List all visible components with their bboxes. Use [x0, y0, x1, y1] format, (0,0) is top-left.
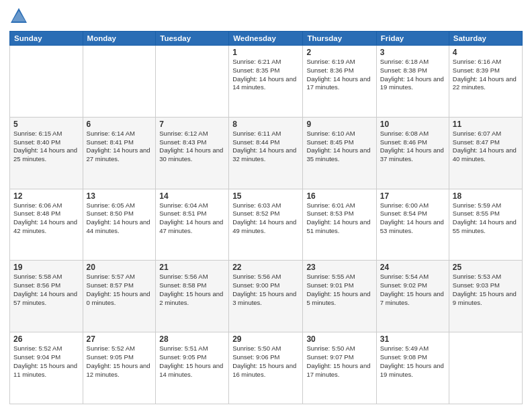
- day-info: Sunrise: 6:19 AMSunset: 8:36 PMDaylight:…: [306, 58, 372, 92]
- day-number: 28: [159, 334, 225, 344]
- calendar-cell: 27Sunrise: 5:52 AMSunset: 9:05 PMDayligh…: [83, 332, 156, 404]
- day-info: Sunrise: 5:53 AMSunset: 9:03 PMDaylight:…: [453, 273, 519, 307]
- day-number: 17: [380, 191, 445, 201]
- calendar-cell: 16Sunrise: 6:01 AMSunset: 8:53 PMDayligh…: [303, 189, 376, 261]
- calendar-week-row: 19Sunrise: 5:58 AMSunset: 8:56 PMDayligh…: [10, 261, 523, 332]
- calendar-header-row: SundayMondayTuesdayWednesdayThursdayFrid…: [10, 32, 523, 46]
- calendar-cell: [83, 46, 156, 118]
- day-info: Sunrise: 6:11 AMSunset: 8:44 PMDaylight:…: [232, 130, 299, 164]
- calendar-cell: 2Sunrise: 6:19 AMSunset: 8:36 PMDaylight…: [303, 46, 376, 118]
- day-info: Sunrise: 6:07 AMSunset: 8:47 PMDaylight:…: [453, 130, 519, 164]
- day-info: Sunrise: 5:56 AMSunset: 9:00 PMDaylight:…: [232, 273, 299, 307]
- logo-icon: [9, 7, 28, 26]
- calendar-week-row: 5Sunrise: 6:15 AMSunset: 8:40 PMDaylight…: [10, 117, 523, 189]
- calendar-cell: 31Sunrise: 5:49 AMSunset: 9:08 PMDayligh…: [376, 332, 449, 404]
- calendar-cell: 13Sunrise: 6:05 AMSunset: 8:50 PMDayligh…: [83, 189, 156, 261]
- day-number: 19: [13, 263, 79, 272]
- day-number: 16: [306, 191, 372, 201]
- day-info: Sunrise: 6:18 AMSunset: 8:38 PMDaylight:…: [380, 58, 445, 92]
- weekday-header: Saturday: [449, 32, 522, 46]
- calendar-cell: 14Sunrise: 6:04 AMSunset: 8:51 PMDayligh…: [156, 189, 229, 261]
- day-number: 21: [159, 263, 225, 272]
- day-number: 8: [232, 120, 299, 129]
- day-info: Sunrise: 6:15 AMSunset: 8:40 PMDaylight:…: [13, 130, 79, 164]
- day-number: 13: [87, 191, 152, 201]
- day-info: Sunrise: 5:56 AMSunset: 8:58 PMDaylight:…: [159, 273, 225, 307]
- calendar-week-row: 12Sunrise: 6:06 AMSunset: 8:48 PMDayligh…: [10, 189, 523, 261]
- day-info: Sunrise: 6:10 AMSunset: 8:45 PMDaylight:…: [306, 130, 372, 164]
- calendar-cell: 22Sunrise: 5:56 AMSunset: 9:00 PMDayligh…: [229, 261, 303, 332]
- calendar-cell: 29Sunrise: 5:50 AMSunset: 9:06 PMDayligh…: [229, 332, 303, 404]
- day-number: 18: [453, 191, 519, 201]
- day-number: 12: [13, 191, 79, 201]
- day-info: Sunrise: 6:01 AMSunset: 8:53 PMDaylight:…: [306, 201, 372, 236]
- calendar-cell: 7Sunrise: 6:12 AMSunset: 8:43 PMDaylight…: [156, 117, 229, 189]
- calendar-table: SundayMondayTuesdayWednesdayThursdayFrid…: [9, 31, 523, 404]
- day-number: 25: [453, 263, 519, 272]
- calendar-cell: 9Sunrise: 6:10 AMSunset: 8:45 PMDaylight…: [303, 117, 376, 189]
- day-info: Sunrise: 5:50 AMSunset: 9:07 PMDaylight:…: [306, 345, 372, 379]
- calendar-cell: 23Sunrise: 5:55 AMSunset: 9:01 PMDayligh…: [303, 261, 376, 332]
- day-number: 14: [159, 191, 225, 201]
- day-info: Sunrise: 5:57 AMSunset: 8:57 PMDaylight:…: [87, 273, 152, 307]
- day-info: Sunrise: 5:52 AMSunset: 9:04 PMDaylight:…: [13, 345, 79, 379]
- weekday-header: Tuesday: [156, 32, 229, 46]
- day-info: Sunrise: 5:49 AMSunset: 9:08 PMDaylight:…: [380, 345, 445, 379]
- calendar-week-row: 1Sunrise: 6:21 AMSunset: 8:35 PMDaylight…: [10, 46, 523, 118]
- calendar-cell: 5Sunrise: 6:15 AMSunset: 8:40 PMDaylight…: [10, 117, 83, 189]
- calendar-cell: 4Sunrise: 6:16 AMSunset: 8:39 PMDaylight…: [449, 46, 522, 118]
- day-info: Sunrise: 6:04 AMSunset: 8:51 PMDaylight:…: [159, 201, 225, 236]
- weekday-header: Sunday: [10, 32, 83, 46]
- day-number: 22: [232, 263, 299, 272]
- calendar-cell: 20Sunrise: 5:57 AMSunset: 8:57 PMDayligh…: [83, 261, 156, 332]
- day-info: Sunrise: 5:51 AMSunset: 9:05 PMDaylight:…: [159, 345, 225, 379]
- day-number: 10: [380, 120, 445, 129]
- day-info: Sunrise: 6:21 AMSunset: 8:35 PMDaylight:…: [232, 58, 299, 92]
- weekday-header: Monday: [83, 32, 156, 46]
- day-number: 29: [232, 334, 299, 344]
- calendar-cell: 24Sunrise: 5:54 AMSunset: 9:02 PMDayligh…: [376, 261, 449, 332]
- calendar-cell: [449, 332, 522, 404]
- calendar-cell: 3Sunrise: 6:18 AMSunset: 8:38 PMDaylight…: [376, 46, 449, 118]
- day-number: 26: [13, 334, 79, 344]
- calendar-cell: 6Sunrise: 6:14 AMSunset: 8:41 PMDaylight…: [83, 117, 156, 189]
- day-info: Sunrise: 5:55 AMSunset: 9:01 PMDaylight:…: [306, 273, 372, 307]
- day-number: 15: [232, 191, 299, 201]
- day-info: Sunrise: 6:06 AMSunset: 8:48 PMDaylight:…: [13, 201, 79, 236]
- day-number: 7: [159, 120, 225, 129]
- day-number: 23: [306, 263, 372, 272]
- day-number: 30: [306, 334, 372, 344]
- calendar-cell: 15Sunrise: 6:03 AMSunset: 8:52 PMDayligh…: [229, 189, 303, 261]
- weekday-header: Wednesday: [229, 32, 303, 46]
- calendar-cell: 26Sunrise: 5:52 AMSunset: 9:04 PMDayligh…: [10, 332, 83, 404]
- calendar-cell: 11Sunrise: 6:07 AMSunset: 8:47 PMDayligh…: [449, 117, 522, 189]
- calendar-cell: 17Sunrise: 6:00 AMSunset: 8:54 PMDayligh…: [376, 189, 449, 261]
- day-number: 2: [306, 48, 372, 57]
- calendar-cell: 30Sunrise: 5:50 AMSunset: 9:07 PMDayligh…: [303, 332, 376, 404]
- calendar-cell: 8Sunrise: 6:11 AMSunset: 8:44 PMDaylight…: [229, 117, 303, 189]
- calendar-cell: 12Sunrise: 6:06 AMSunset: 8:48 PMDayligh…: [10, 189, 83, 261]
- day-number: 5: [13, 120, 79, 129]
- calendar-cell: [10, 46, 83, 118]
- day-info: Sunrise: 6:12 AMSunset: 8:43 PMDaylight:…: [159, 130, 225, 164]
- day-number: 31: [380, 334, 445, 344]
- calendar-cell: 21Sunrise: 5:56 AMSunset: 8:58 PMDayligh…: [156, 261, 229, 332]
- day-number: 3: [380, 48, 445, 57]
- day-info: Sunrise: 5:54 AMSunset: 9:02 PMDaylight:…: [380, 273, 445, 307]
- weekday-header: Friday: [376, 32, 449, 46]
- page-header: [9, 7, 523, 26]
- day-info: Sunrise: 6:00 AMSunset: 8:54 PMDaylight:…: [380, 201, 445, 236]
- day-info: Sunrise: 5:50 AMSunset: 9:06 PMDaylight:…: [232, 345, 299, 379]
- calendar-cell: 28Sunrise: 5:51 AMSunset: 9:05 PMDayligh…: [156, 332, 229, 404]
- day-number: 27: [87, 334, 152, 344]
- day-info: Sunrise: 5:52 AMSunset: 9:05 PMDaylight:…: [87, 345, 152, 379]
- day-info: Sunrise: 6:08 AMSunset: 8:46 PMDaylight:…: [380, 130, 445, 164]
- day-number: 9: [306, 120, 372, 129]
- day-info: Sunrise: 6:14 AMSunset: 8:41 PMDaylight:…: [87, 130, 152, 164]
- calendar-cell: 10Sunrise: 6:08 AMSunset: 8:46 PMDayligh…: [376, 117, 449, 189]
- day-number: 6: [87, 120, 152, 129]
- day-info: Sunrise: 6:05 AMSunset: 8:50 PMDaylight:…: [87, 201, 152, 236]
- calendar-cell: 1Sunrise: 6:21 AMSunset: 8:35 PMDaylight…: [229, 46, 303, 118]
- day-info: Sunrise: 5:59 AMSunset: 8:55 PMDaylight:…: [453, 201, 519, 236]
- weekday-header: Thursday: [303, 32, 376, 46]
